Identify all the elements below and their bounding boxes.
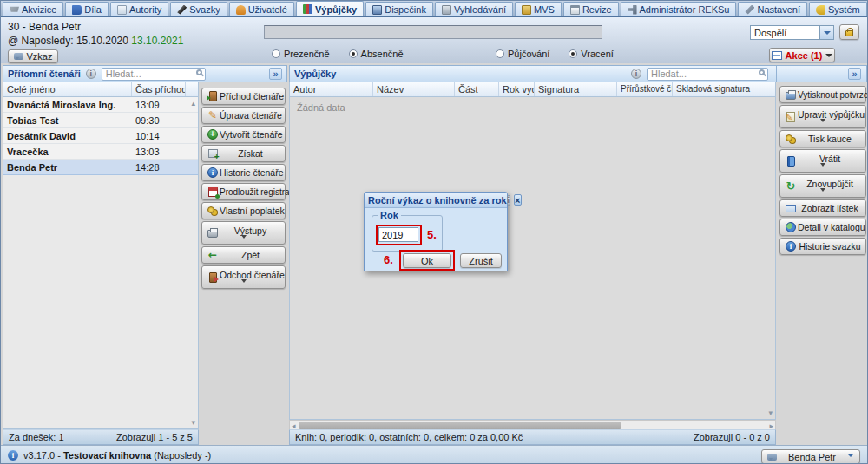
button-prodlouzit-registraci[interactable]: Prodloužit registraci [201,183,286,200]
column-header-prirustkove-cislo[interactable]: Přírůstkové číslo [617,82,673,96]
cancel-button[interactable]: Zrušit [460,253,502,268]
reader-row[interactable]: Vracečka13:03 [3,144,198,160]
tab-vypujcky[interactable]: Výpůjčky [296,1,364,16]
info-icon[interactable] [507,195,511,206]
history-icon [207,167,219,179]
loans-table-body: Žádná data ▾ [289,97,776,420]
collapse-panel-icon[interactable] [269,68,282,80]
scrollbar-thumb[interactable] [299,422,621,429]
info-icon[interactable] [8,450,18,461]
collapse-panel-icon[interactable] [848,68,861,80]
message-button[interactable]: Vzkaz [8,49,58,63]
printer-icon [207,227,219,239]
info-icon[interactable] [631,69,641,79]
reader-row-selected[interactable]: Benda Petr14:28 [3,160,198,175]
radio-pujcovani[interactable]: Půjčování [496,49,549,59]
button-ziskat[interactable]: Získat [201,145,286,162]
add-icon [207,128,219,141]
readers-search-input[interactable] [102,68,206,81]
caret-down-icon [820,163,825,169]
column-header-name[interactable]: Celé jméno [3,82,132,96]
reader-buttons-column: Příchod čtenáře Úprava čtenáře Vytvořit … [201,88,286,289]
scroll-up-icon[interactable]: ▴ [191,99,195,108]
close-icon[interactable] [514,194,521,206]
column-header-autor[interactable]: Autor [290,82,373,96]
button-znovupujcit[interactable]: Znovupůjčit [779,174,866,198]
annotation-number-5: 5. [427,228,437,241]
year-input[interactable] [378,227,418,242]
dialog-body: Rok 5. Ok 6. Zrušit [365,208,507,271]
loans-table-header: Autor Název Část Rok vydání Signatura Př… [289,82,776,97]
scroll-down-icon[interactable]: ▾ [768,408,773,417]
info-icon[interactable] [86,69,96,79]
button-detail-v-katalogu[interactable]: Detail v katalogu [779,219,866,236]
loans-footer-totals: Knih: 0, periodik: 0, ostatních: 0, celk… [295,432,523,442]
tab-dispecink[interactable]: Dispečink [365,2,433,16]
card-icon [117,5,127,15]
radio-label: Prezenčně [284,49,330,59]
tab-administrator-reksu[interactable]: Administrátor REKSu [621,2,737,16]
column-header-skladova-signatura[interactable]: Skladová signatura [673,82,775,96]
button-vytvorit-ctenare[interactable]: Vytvořit čtenáře [201,126,286,143]
tab-system[interactable]: Systém [809,2,867,16]
radio-absencne[interactable]: Absenčně [349,49,404,59]
books-icon [303,4,312,14]
library-name: Testovací knihovna [63,450,151,461]
button-zpet[interactable]: Zpět [201,246,286,264]
caret-down-icon [241,235,247,241]
tab-dila[interactable]: Díla [65,2,108,16]
actions-button[interactable]: Akce (1) [769,48,835,62]
column-header-nazev[interactable]: Název [373,82,455,96]
search-book-icon [442,5,451,15]
loans-panel-title: Výpůjčky [290,69,336,79]
barcode-input[interactable] [264,25,602,39]
user-button[interactable]: Benda Petr [761,449,860,464]
tab-label: Nastavení [757,4,800,15]
readers-footer-paging: Zobrazuji 1 - 5 z 5 [116,432,193,442]
tab-autority[interactable]: Autority [110,2,168,16]
radio-vraceni[interactable]: Vracení [569,49,614,59]
tab-akvizice[interactable]: Akvizice [3,2,63,16]
tab-nastaveni[interactable]: Nastavení [738,2,807,16]
tab-mvs[interactable]: MVS [515,2,562,16]
message-button-label: Vzkaz [27,51,53,62]
tab-revize[interactable]: Revize [563,2,619,16]
button-vytisknout-potvrzeni[interactable]: Vytisknout potvrzení [779,86,866,103]
reader-row[interactable]: Dvanáctá Miroslava Ing.13:09 [3,97,198,113]
scroll-down-icon[interactable]: ▾ [191,418,195,427]
last-visit-prefix: @ Naposledy: [8,35,74,47]
button-odchod-ctenare[interactable]: Odchod čtenáře [201,265,286,289]
tab-label: Autority [129,4,161,15]
tab-vyhledavani[interactable]: Vyhledávání [435,2,513,16]
monitor-icon [372,5,382,15]
ok-button[interactable]: Ok [403,253,451,268]
dialog-title-bar[interactable]: Roční výkaz o knihovně za rok [365,193,507,208]
button-uprava-ctenare[interactable]: Úprava čtenáře [201,107,286,124]
package-icon [522,5,531,15]
tab-svazky[interactable]: Svazky [170,2,227,16]
button-zobrazit-listek[interactable]: Zobrazit lístek [779,199,866,217]
app-window: Akvizice Díla Autority Svazky Uživatelé … [0,0,868,464]
button-prichod-ctenare[interactable]: Příchod čtenáře [201,88,286,105]
lock-button[interactable] [839,24,859,40]
button-vystupy[interactable]: Výstupy [201,221,286,245]
button-tisk-kauce[interactable]: Tisk kauce [779,130,866,147]
column-header-signatura[interactable]: Signatura [535,82,617,96]
radio-prezencne[interactable]: Prezenčně [272,49,330,59]
column-header-rok-vydani[interactable]: Rok vydání [499,82,535,96]
radio-checked-icon [569,49,577,58]
button-historie-ctenare[interactable]: Historie čtenáře [201,164,286,181]
category-select[interactable]: Dospělí [750,25,834,40]
action-radio-group: Půjčování Vracení [496,49,614,59]
button-vratit[interactable]: Vrátit [779,149,866,173]
caret-down-icon [820,188,825,194]
loans-search-input[interactable] [647,68,768,81]
reader-row[interactable]: Tobias Test09:30 [3,113,198,128]
column-header-cast[interactable]: Část [455,82,499,96]
button-vlastni-poplatek[interactable]: Vlastní poplatek [201,202,286,219]
tab-uzivatele[interactable]: Uživatelé [229,2,294,16]
button-historie-svazku[interactable]: Historie svazku [779,238,866,255]
column-header-time[interactable]: Čas příchodu [132,82,186,96]
reader-row[interactable]: Desátník David10:14 [3,128,198,144]
button-upravit-vypujcku[interactable]: Upravit výpůjčku [779,105,866,128]
